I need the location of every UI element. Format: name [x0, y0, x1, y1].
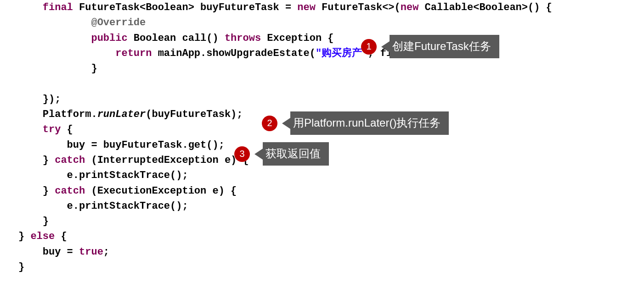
callout-2: 2 用Platform.runLater()执行任务 — [262, 111, 449, 135]
callout-3: 3 获取返回值 — [234, 142, 329, 166]
callout-arrow-icon — [254, 149, 263, 160]
callout-arrow-icon — [282, 118, 290, 129]
callout-number-1: 1 — [361, 39, 377, 55]
callout-text-2: 用Platform.runLater()执行任务 — [290, 111, 449, 135]
callout-number-2: 2 — [262, 116, 277, 131]
callout-text-3: 获取返回值 — [263, 142, 329, 166]
callout-arrow-icon — [381, 41, 390, 52]
callout-number-3: 3 — [234, 146, 250, 162]
callout-text-1: 创建FutureTask任务 — [390, 35, 499, 58]
code-block: final FutureTask<Boolean> buyFutureTask … — [0, 0, 644, 275]
callout-1: 1 创建FutureTask任务 — [361, 35, 499, 58]
